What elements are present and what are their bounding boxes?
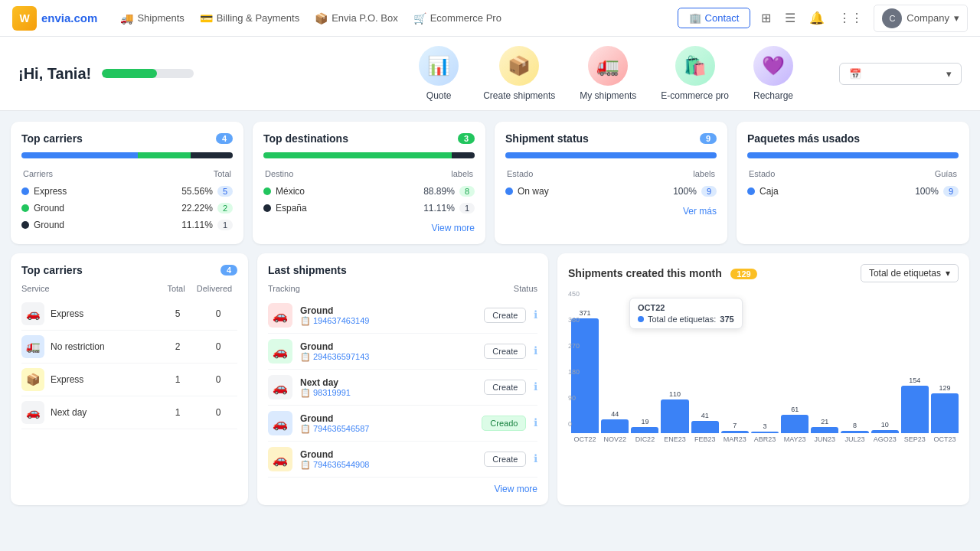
nav-shipments[interactable]: 🚚 Shipments [120, 12, 184, 24]
bar-ABR23[interactable] [751, 432, 779, 433]
logo[interactable]: W envia.com [12, 6, 97, 31]
carrier-name-3: Ground [21, 220, 167, 230]
carrier-pct-1: 55.56% [167, 186, 213, 197]
paquetes-header: Paquetes más usados [747, 132, 959, 145]
dest-row-espana: España 11.11% 1 [263, 200, 475, 217]
bar-col-JUL23: 8JUL23 [841, 305, 868, 443]
info-icon-5[interactable]: ℹ [534, 452, 537, 465]
svc-row-norestriction: 🚛 No restriction 2 0 [21, 331, 237, 364]
dest-count-1: 8 [459, 186, 475, 197]
bar-MAY23[interactable] [781, 415, 808, 433]
mexico-dot [263, 187, 271, 195]
carrier-row-ground1: Ground 22.22% 2 [21, 200, 233, 217]
nav-ecommerce[interactable]: 🛒 Ecommerce Pro [413, 12, 501, 24]
dot-green [21, 204, 29, 212]
info-icon-2[interactable]: ℹ [534, 344, 537, 357]
calendar-icon: 📅 [849, 68, 861, 80]
track-info-5: Ground 📋 794636544908 [300, 449, 476, 470]
track-id-2: 📋 294636597143 [300, 352, 476, 362]
view-more-destinations[interactable]: View more [263, 223, 475, 233]
quick-action-quote[interactable]: 📊 Quote [419, 46, 459, 101]
calculator-icon[interactable]: ⊞ [758, 8, 774, 28]
top-destinations-badge: 3 [458, 133, 475, 144]
top-destinations-card: Top destinations 3 Destino labels México… [253, 122, 485, 244]
dest-pct-2: 11.11% [409, 203, 455, 214]
chart-badge: 129 [730, 269, 756, 279]
info-icon-4[interactable]: ℹ [534, 416, 537, 429]
bar-SEP23[interactable] [901, 386, 929, 433]
bar-label-SEP23: SEP23 [904, 435, 926, 443]
shipment-status-header: Shipment status 9 [505, 132, 717, 145]
company-button[interactable]: C Company ▾ [874, 5, 968, 32]
bar-JUL23[interactable] [841, 431, 868, 433]
bar-value-NOV22: 44 [611, 410, 619, 418]
carrier-name-1: Express [21, 186, 167, 197]
chart-header: Shipments created this month 129 Total d… [568, 264, 959, 282]
ver-mas-link[interactable]: Ver más [505, 206, 717, 217]
bar-value-ENE23: 110 [669, 390, 681, 398]
bar-ENE23[interactable] [661, 399, 688, 433]
paquetes-card: Paquetes más usados Estado Guías Caja 10… [737, 122, 969, 244]
chart-select[interactable]: Total de etiquetas ▾ [861, 264, 959, 282]
quick-action-recharge[interactable]: 💜 Recharge [753, 46, 793, 101]
status-name-1: On way [505, 186, 651, 197]
bar-AGO23[interactable] [871, 430, 899, 433]
info-icon-3[interactable]: ℹ [534, 380, 537, 393]
svc-icon-4: 🚗 [21, 401, 44, 424]
paquetes-progress-bar [747, 152, 959, 158]
paq-pct-1: 100% [893, 186, 939, 197]
main-content: Top carriers 4 Carriers Total Express 55… [0, 111, 980, 516]
bar-col-JUN23: 21JUN23 [811, 305, 838, 443]
track-row-5: 🚗 Ground 📋 794636544908 Create ℹ [268, 442, 537, 478]
view-more-shipments[interactable]: View more [268, 484, 537, 494]
track-icon-3: 🚗 [268, 375, 292, 399]
track-row-1: 🚗 Ground 📋 194637463149 Create ℹ [268, 298, 537, 334]
quick-action-ecom[interactable]: 🛍️ E-commerce pro [661, 46, 729, 101]
bar-DIC22[interactable] [631, 427, 658, 433]
truck-icon: 🚚 [120, 12, 133, 24]
create-button-1[interactable]: Create [484, 308, 526, 323]
bar-NOV22[interactable] [601, 419, 629, 433]
chart-title-group: Shipments created this month 129 [568, 267, 757, 279]
bar-MAR23[interactable] [721, 431, 749, 433]
track-id-4: 📋 794636546587 [300, 424, 474, 434]
create-button-3[interactable]: Create [484, 380, 526, 395]
status-progress-bar [505, 152, 717, 158]
bar-label-FEB23: FEB23 [694, 435, 716, 443]
track-info-4: Ground 📋 794636546587 [300, 413, 474, 434]
info-icon-1[interactable]: ℹ [534, 308, 537, 321]
bar-col-SEP23: 154SEP23 [901, 305, 929, 443]
grid-icon[interactable]: ⋮⋮ [835, 8, 866, 28]
chart-area: OCT22 Total de etiquetas: 375 450 360 27… [568, 290, 959, 458]
create-button-5[interactable]: Create [484, 452, 526, 467]
bell-icon[interactable]: 🔔 [806, 8, 828, 28]
top-carriers-badge: 4 [216, 133, 233, 144]
billing-icon: 💳 [200, 12, 213, 24]
bar-label-AGO23: AGO23 [874, 435, 897, 443]
svc-row-nextday: 🚗 Next day 1 0 [21, 396, 237, 429]
onway-dot [505, 187, 513, 195]
cards-row-1: Top carriers 4 Carriers Total Express 55… [11, 122, 969, 244]
quick-action-myshipments[interactable]: 🚛 My shipments [580, 46, 636, 101]
create-button-2[interactable]: Create [484, 344, 526, 359]
table-icon[interactable]: ☰ [782, 8, 799, 28]
nav-billing[interactable]: 💳 Billing & Payments [200, 12, 299, 24]
nav-right: 🏢 Contact ⊞ ☰ 🔔 ⋮⋮ C Company ▾ [678, 5, 968, 32]
ecommerce-icon: 🛒 [413, 12, 426, 24]
date-picker[interactable]: 📅 ▾ [839, 63, 962, 85]
nav-pobox[interactable]: 📦 Envia P.O. Box [315, 12, 397, 24]
create-icon: 📦 [499, 46, 539, 86]
bar-FEB23[interactable] [691, 421, 719, 433]
creado-button-4[interactable]: Creado [482, 416, 526, 431]
hero-progress-bar [102, 69, 194, 78]
bar-label-DIC22: DIC22 [635, 435, 655, 443]
contact-button[interactable]: 🏢 Contact [678, 8, 751, 28]
quick-action-create[interactable]: 📦 Create shipments [483, 46, 555, 101]
dest-name-1: México [263, 186, 409, 197]
greeting: ¡Hi, Tania! [18, 65, 91, 83]
bar-JUN23[interactable] [811, 427, 838, 433]
carriers-progress-bar [21, 152, 233, 158]
bar-OCT23[interactable] [931, 393, 959, 433]
chevron-down-icon: ▾ [954, 12, 959, 24]
dest-row-mexico: México 88.89% 8 [263, 183, 475, 200]
